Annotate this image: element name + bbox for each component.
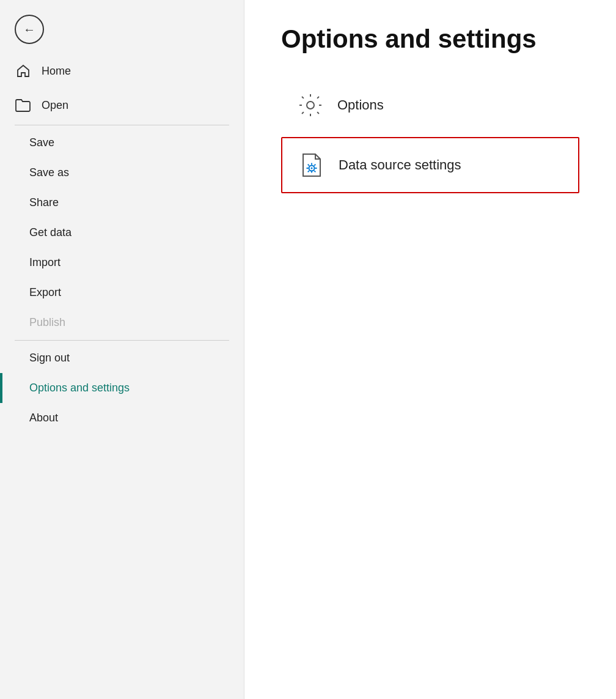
sidebar-item-home[interactable]: Home bbox=[0, 54, 244, 88]
data-source-settings-label: Data source settings bbox=[339, 157, 461, 173]
sidebar-item-about[interactable]: About bbox=[0, 403, 244, 433]
home-icon bbox=[15, 62, 32, 80]
sidebar-item-save-as[interactable]: Save as bbox=[0, 158, 244, 188]
sidebar-item-get-data[interactable]: Get data bbox=[0, 218, 244, 248]
main-content: Options and settings Options Data sou bbox=[244, 0, 616, 699]
sidebar-item-export[interactable]: Export bbox=[0, 278, 244, 308]
sidebar-item-share[interactable]: Share bbox=[0, 188, 244, 218]
sidebar-open-label: Open bbox=[42, 99, 68, 112]
divider-top bbox=[15, 125, 229, 125]
back-button[interactable]: ← bbox=[15, 15, 44, 44]
datasource-icon bbox=[297, 150, 326, 180]
page-title: Options and settings bbox=[281, 24, 579, 54]
svg-point-0 bbox=[307, 102, 314, 109]
sidebar-item-sign-out[interactable]: Sign out bbox=[0, 343, 244, 373]
svg-point-2 bbox=[311, 168, 313, 169]
gear-icon bbox=[296, 91, 325, 120]
sidebar-item-open[interactable]: Open bbox=[0, 88, 244, 122]
sidebar-item-save[interactable]: Save bbox=[0, 128, 244, 158]
sidebar-home-label: Home bbox=[42, 65, 71, 78]
options-item[interactable]: Options bbox=[281, 78, 579, 132]
data-source-settings-item[interactable]: Data source settings bbox=[281, 137, 579, 193]
folder-icon bbox=[15, 97, 32, 114]
sidebar: ← Home Open Save Save as Share Get data bbox=[0, 0, 244, 699]
divider-bottom bbox=[15, 340, 229, 341]
back-arrow-icon: ← bbox=[23, 23, 35, 35]
options-label: Options bbox=[337, 97, 384, 113]
sidebar-item-publish: Publish bbox=[0, 308, 244, 338]
sidebar-item-options-settings[interactable]: Options and settings bbox=[0, 373, 244, 403]
sidebar-item-import[interactable]: Import bbox=[0, 248, 244, 278]
